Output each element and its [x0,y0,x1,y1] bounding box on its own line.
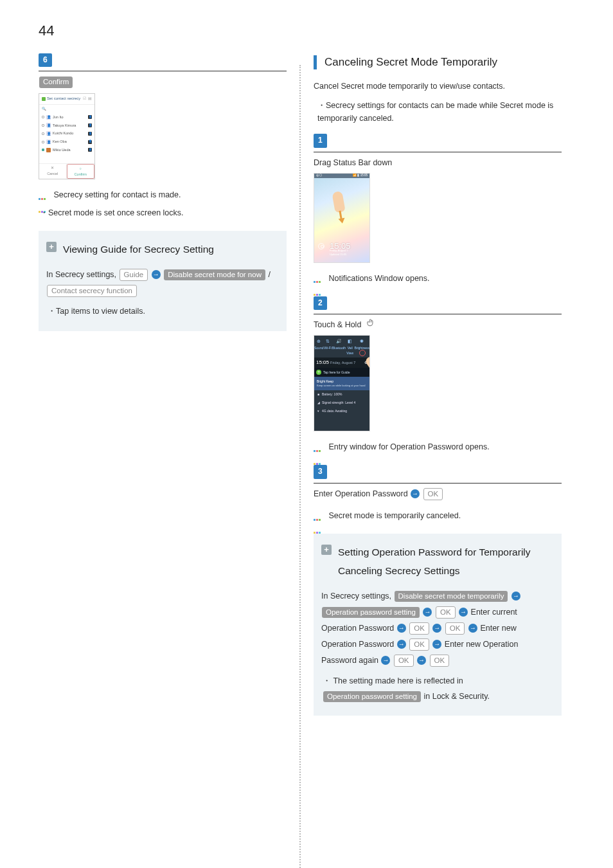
step-6: 6 Confirm Set contact secrecy ☑▤ 🔍 👤Jun … [39,53,287,219]
guide-button[interactable]: Guide [120,269,148,281]
step-3: 3 Enter Operation Password OK Secret mod… [314,465,562,521]
bright-keep-card: Bright Keep Keep screen on while looking… [314,377,369,390]
arrow-icon [511,592,520,601]
operation-password-setting-button[interactable]: Operation password setting [322,607,420,618]
quick-item-label: Bluetooth [332,346,346,350]
step-badge-2: 2 [314,296,327,310]
arrow-icon [417,656,426,665]
contact-name: Jun Ito [53,114,86,120]
search-icon: 🔍 [39,105,94,113]
phone-screenshot-homescreen: ◎ ⬡ 📶 ▮ 15:05 15:05 Friday, August 7 Upd… [314,173,370,263]
tip-note: Tap items to view details. [48,304,276,320]
step-badge-6: 6 [39,53,52,67]
ok-button[interactable]: OK [409,638,429,651]
phone-screenshot-notifications: ⊕Sound ⇅Wi-Fi 🔊Bluetooth ◧Veil View ✺Bri… [314,335,370,431]
result-icon [39,192,48,199]
arrow-icon [423,608,432,617]
result-icon [314,444,323,451]
result-text: Notifications Window opens. [328,274,429,283]
contact-secrecy-button[interactable]: Contact secrecy function [47,285,137,297]
contact-tag-icon: 👤 [88,123,92,127]
ok-button[interactable]: OK [409,622,429,635]
result-text: Secrecy setting for contact is made. [53,190,181,199]
result-text: Secret mode is temporarily canceled. [328,511,461,520]
step2-instruction: Touch & Hold [314,320,364,329]
contact-tag-icon: 👤 [88,132,92,136]
section-header: Canceling Secret Mode Temporarily [314,53,562,71]
disable-secret-now-button[interactable]: Disable secret mode for now [164,269,265,280]
phone-title: Set contact secrecy [47,96,80,102]
quick-item-icon: ⊕ [314,338,323,345]
arrow-icon [397,640,406,649]
result-text: Entry window for Operation Password open… [328,442,489,451]
tip-note-lead: The setting made here is reflected in [333,676,463,685]
ok-button[interactable]: OK [436,606,456,619]
tip-title: Viewing Guide for Secrecy Setting [63,240,214,258]
ok-button[interactable]: OK [430,655,450,667]
panel-date: Friday, August 7 [330,360,355,366]
tip-note-tail: in Lock & Security. [423,692,490,701]
tip-setting-password: + Setting Operation Password for Tempora… [314,534,562,716]
step1-instruction: Drag Status Bar down [314,156,562,169]
signal-icon: ◢ [317,400,320,405]
result-icon [314,275,323,282]
tip-lead: In Secrecy settings, [321,592,394,601]
page-number: 44 [39,19,574,42]
tip-title: Setting Operation Password for Temporari… [338,543,551,581]
result-icon [314,512,323,520]
menu-icon: ▤ [88,96,92,102]
contact-name: Takuya Kimura [53,123,86,129]
ok-button[interactable]: OK [394,655,414,667]
status-row-text: 4G data: Awaiting [322,408,347,413]
tip-lead: In Secrecy settings, [46,270,119,279]
guide-row: ? Tap here for Guide [314,368,369,377]
contact-name: Ken Oba [53,139,86,145]
operation-password-setting-button[interactable]: Operation password setting [323,691,421,702]
touch-hold-icon [366,318,375,331]
arrow-icon [432,640,441,649]
left-column: 6 Confirm Set contact secrecy ☑▤ 🔍 👤Jun … [39,53,299,868]
phone-confirm-button: ○ Confirm [67,164,95,179]
contact-tag-icon: 👤 [88,140,92,144]
quick-item-label: Sound [314,346,323,350]
ok-button[interactable]: OK [445,622,465,635]
quick-item-icon: 🔊 [332,338,346,345]
battery-icon: ■ [317,392,320,397]
step-badge-1: 1 [314,134,327,147]
disable-secret-temporarily-button[interactable]: Disable secret mode temporarily [395,591,508,602]
plus-icon: + [46,242,57,252]
intro-text: Cancel Secret mode temporarily to view/u… [314,80,562,93]
quick-item-label: Brightness [354,346,369,350]
arrow-icon [432,624,441,633]
tip-viewing-guide: + Viewing Guide for Secrecy Setting In S… [39,231,287,330]
plus-icon: + [321,545,332,555]
step3-instruction: Enter Operation Password [314,489,410,498]
confirm-button[interactable]: Confirm [39,77,73,87]
contact-tag-icon: 👤 [88,115,92,119]
step-1: 1 Drag Status Bar down ◎ ⬡ 📶 ▮ 15:05 15:… [314,134,562,284]
contact-name: Mikio Ueda [53,147,86,153]
quick-item-icon: ◧ [346,338,354,345]
step-2: 2 Touch & Hold ⊕Sound ⇅Wi-Fi 🔊Bluetooth … [314,296,562,454]
intro-note: Secrecy settings for contacts can be mad… [317,99,562,125]
assistant-icon [318,243,324,249]
clock-date: Friday, August 7 Updated 15:05 [330,249,348,257]
ok-button[interactable]: OK [423,488,443,500]
quick-item-label: Veil View [346,346,353,355]
hand-drag-icon [332,190,345,212]
quick-item-icon: ⇅ [323,338,332,345]
status-row-text: Signal strength: Level 4 [322,400,355,405]
data-icon: ▾ [317,408,320,413]
section-title: Canceling Secret Mode Temporarily [324,53,497,71]
note-text: Secret mode is set once screen locks. [40,206,287,219]
slash: / [268,270,270,279]
right-column: Canceling Secret Mode Temporarily Cancel… [301,53,574,868]
panel-time: 15:05 [316,359,329,367]
arrow-icon [468,624,477,633]
statusbar-right: 📶 ▮ 15:05 [353,173,368,177]
select-all-icon: ☑ [83,96,86,102]
quick-item-icon: ✺ [354,338,369,345]
phone-cancel-button: ✕ Cancel [39,164,67,179]
arrow-icon [411,489,420,498]
statusbar-left: ◎ ⬡ [316,173,322,177]
